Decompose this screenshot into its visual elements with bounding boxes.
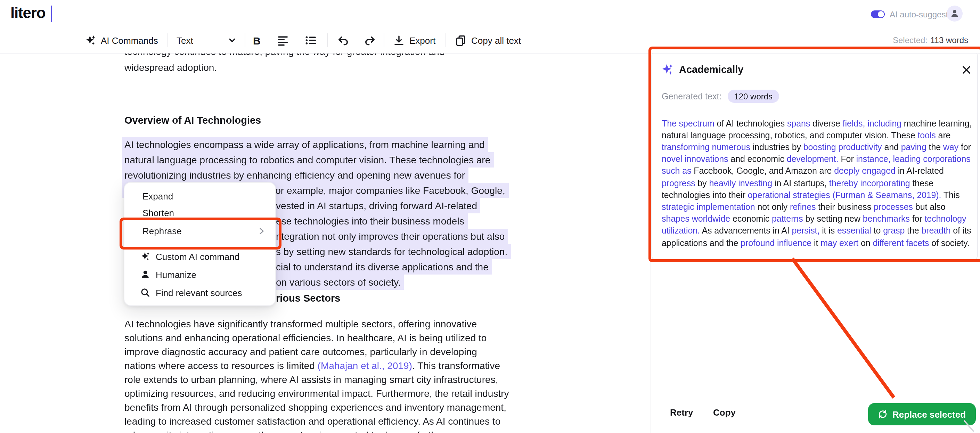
bullet-list-button[interactable] (305, 28, 316, 53)
copy-button[interactable]: Copy (713, 407, 736, 418)
annotation-box-rephrase (119, 218, 282, 250)
paragraph-end: widespread adoption. (124, 60, 217, 75)
rephrased-word: operational strategies (748, 190, 830, 200)
selected-text-fragment: s by setting new standards for technolog… (274, 244, 511, 259)
download-icon (393, 35, 404, 46)
menu-item-expand[interactable]: Expand (124, 188, 275, 204)
toolbar-separator (167, 33, 167, 47)
clipped-bottom-line: advance, its integration across these se… (124, 428, 509, 433)
doc-heading-sectors-fragment: rious Sectors (276, 293, 340, 304)
selected-label: Selected: (893, 35, 928, 45)
toolbar-separator (445, 33, 446, 47)
text-run: in AI startups, (772, 178, 829, 188)
bold-button[interactable]: B (253, 28, 261, 53)
sparkles-icon (140, 252, 150, 261)
menu-item-label: Custom AI command (156, 251, 239, 262)
rephrased-word: strategic implementation (662, 202, 755, 212)
undo-button[interactable] (337, 28, 349, 53)
rephrased-word: shapes worldwide (662, 214, 730, 224)
toolbar-separator (245, 33, 245, 47)
retry-button[interactable]: Retry (670, 407, 693, 418)
search-icon (140, 288, 150, 298)
selected-word-count: Selected: 113 words (893, 28, 968, 53)
sync-icon (878, 409, 888, 419)
ai-commands-label: AI Commands (101, 35, 158, 46)
rephrased-word: paving (901, 142, 926, 152)
person-icon (950, 9, 959, 18)
citation-link[interactable]: (Mahajan et al., 2019) (318, 360, 412, 371)
paragraph-lines-top: AI technologies have significantly trans… (124, 317, 509, 359)
user-avatar[interactable] (947, 6, 963, 22)
rephrased-word: deeply engaged (834, 166, 896, 176)
export-label: Export (409, 35, 436, 46)
rephrased-word: novel innovations (662, 154, 729, 164)
redo-button[interactable] (364, 28, 376, 53)
text-run: it (811, 238, 821, 248)
word-count-badge: 120 words (728, 90, 779, 103)
menu-item-humanize[interactable]: Humanize (124, 266, 275, 283)
rephrased-word: benchmarks (863, 214, 910, 224)
person-icon (140, 270, 150, 279)
rephrased-word: thereby incorporating (829, 178, 910, 188)
rephrased-word: heavily investing (709, 178, 772, 188)
rephrased-word: essential (837, 226, 871, 236)
align-button[interactable] (277, 28, 288, 53)
citation-prefix: nations where access to resources is lim… (124, 360, 318, 371)
rephrased-word: patterns (772, 214, 803, 224)
ai-commands-button[interactable]: AI Commands (85, 28, 158, 53)
app-header: litero AI auto-suggest (0, 0, 980, 29)
text-run: As advancements in AI (700, 226, 792, 236)
rephrased-word: profound influence (741, 238, 811, 248)
rephrased-word: development. (787, 154, 838, 164)
rephrased-word: transforming numerous (662, 142, 750, 152)
rephrased-word: spans (787, 118, 810, 128)
text-run: and (882, 142, 901, 152)
selected-text-fragment: vested in AI startups, driving forward A… (274, 198, 480, 213)
text-run: economic (730, 214, 772, 224)
selected-text-line: revolutionizing industries by enhancing … (123, 167, 468, 183)
text-run: in AI-related (896, 166, 944, 176)
app-window: technology continues to mature, paving t… (0, 0, 980, 433)
text-run (830, 190, 833, 200)
align-left-icon (277, 35, 288, 46)
paragraph-line: benefits from AI through personalized sh… (124, 400, 509, 414)
menu-item-custom-ai-command[interactable]: Custom AI command (124, 248, 275, 265)
rephrase-result-panel: Academically Generated text: 120 words T… (651, 46, 980, 433)
text-run: for (958, 142, 971, 152)
menu-item-find-relevant-sources[interactable]: Find relevant sources (124, 284, 275, 301)
text-run: not only (755, 202, 790, 212)
text-run: This (941, 190, 959, 200)
chevron-down-icon (228, 36, 236, 45)
export-button[interactable]: Export (393, 28, 436, 53)
rephrased-word: may exert (821, 238, 858, 248)
menu-item-label: Shorten (143, 207, 174, 218)
generated-text: The spectrum of AI technologies spans di… (662, 118, 972, 249)
rephrased-word: tools (918, 130, 935, 140)
text-run: of AI technologies (714, 118, 787, 128)
rephrased-word: different facets (873, 238, 929, 248)
sparkles-icon (85, 35, 96, 46)
text-run: by setting new (803, 214, 863, 224)
copy-all-text-button[interactable]: Copy all text (455, 28, 521, 53)
selected-text-fragment: ntegration not only improves their opera… (274, 229, 508, 244)
close-button[interactable] (960, 63, 972, 76)
sparkles-icon (661, 63, 673, 76)
text-run: by (695, 178, 709, 188)
text-run: are (936, 130, 951, 140)
text-style-value: Text (177, 35, 193, 46)
toolbar-separator (383, 33, 384, 47)
bold-icon: B (253, 34, 261, 46)
toggle-knob (878, 11, 884, 18)
rephrased-word: way (943, 142, 958, 152)
paragraph-line: leading to increased customer satisfacti… (124, 414, 509, 428)
paragraph-sectors: AI technologies have significantly trans… (124, 317, 509, 433)
menu-item-label: Expand (143, 191, 173, 201)
toolbar-separator (327, 33, 328, 47)
replace-selected-button[interactable]: Replace selected (868, 403, 975, 425)
logo-caret (51, 6, 52, 22)
rephrased-word: breadth (921, 226, 950, 236)
ai-auto-suggest-toggle[interactable] (871, 10, 885, 18)
editor-canvas[interactable]: technology continues to mature, paving t… (0, 0, 651, 433)
editor-toolbar: AI Commands Text B Export Copy all (0, 28, 980, 54)
text-style-dropdown[interactable]: Text (177, 28, 236, 53)
